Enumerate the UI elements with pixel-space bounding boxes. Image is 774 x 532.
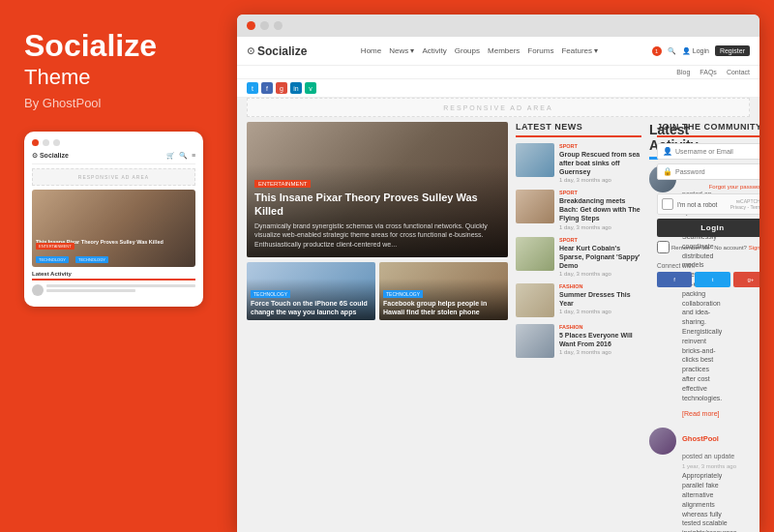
mobile-hero-badge: ENTERTAINMENT bbox=[36, 243, 74, 250]
password-input[interactable] bbox=[675, 168, 759, 175]
mobile-latest-item-1 bbox=[32, 284, 195, 296]
mobile-hero-image bbox=[32, 190, 195, 267]
news-item-5-content: FASHION 5 Places Everyone Will Want From… bbox=[559, 324, 641, 358]
login-icon: 👤 bbox=[682, 47, 691, 55]
news-title-2[interactable]: Breakdancing meets Bach: Get down with T… bbox=[559, 196, 641, 222]
news-cat-2: SPORT bbox=[559, 190, 641, 195]
mobile-preview: ⊙ Socialize 🛒 🔍 ≡ RESPONSIVE AD AREA Thi… bbox=[24, 132, 203, 307]
hero-overlay: ENTERTAINMENT This Insane Pixar Theory P… bbox=[247, 164, 508, 257]
news-cat-3: SPORT bbox=[559, 237, 641, 243]
site-logo-text: Socialize bbox=[257, 44, 307, 58]
vine-icon[interactable]: v bbox=[305, 82, 316, 94]
news-header: LATEST NEWS bbox=[516, 122, 641, 137]
mobile-hero-badge3: TECHNOLOGY bbox=[75, 256, 108, 263]
site-subnav: Blog FAQs Contact bbox=[237, 66, 759, 79]
nav-groups[interactable]: Groups bbox=[455, 46, 480, 55]
captcha-label: I'm not a robot bbox=[677, 201, 717, 208]
nav-forums[interactable]: Forums bbox=[527, 46, 553, 55]
google-connect-btn[interactable]: g+ bbox=[733, 272, 759, 287]
brand-title: Socialize bbox=[24, 29, 208, 63]
site-nav-right: 1 🔍 👤 Login Register bbox=[652, 45, 750, 56]
remember-label[interactable]: Remember Me bbox=[657, 241, 710, 253]
nav-features[interactable]: Features ▾ bbox=[561, 46, 598, 55]
facebook-icon[interactable]: f bbox=[261, 82, 273, 94]
username-input[interactable] bbox=[675, 148, 759, 155]
username-icon: 👤 bbox=[663, 147, 672, 156]
browser-window: ⊙ Socialize Home News ▾ Activity Groups … bbox=[237, 15, 759, 532]
brand-subtitle: Theme bbox=[24, 65, 208, 90]
community-header: JOIN THE COMMUNITY bbox=[657, 122, 759, 137]
gplus-icon[interactable]: g bbox=[276, 82, 287, 94]
hero-image: ENTERTAINMENT This Insane Pixar Theory P… bbox=[247, 122, 508, 257]
twitter-icon[interactable]: t bbox=[247, 82, 258, 94]
login-submit-button[interactable]: Login bbox=[657, 219, 759, 237]
register-button[interactable]: Register bbox=[715, 45, 750, 56]
side-category-2: TECHNOLOGY bbox=[383, 290, 423, 298]
site-nav-links: Home News ▾ Activity Groups Members Foru… bbox=[361, 46, 598, 55]
news-title-1[interactable]: Group Rescued from sea after boat sinks … bbox=[559, 150, 641, 176]
browser-btn-maximize[interactable] bbox=[274, 21, 283, 30]
news-cat-4: FASHION bbox=[559, 283, 641, 289]
subnav-contact[interactable]: Contact bbox=[727, 69, 750, 75]
mobile-topbar: ⊙ Socialize 🛒 🔍 ≡ bbox=[32, 152, 195, 164]
site-logo: ⊙ Socialize bbox=[247, 44, 307, 58]
news-cat-1: SPORT bbox=[559, 143, 641, 149]
hero-category: ENTERTAINMENT bbox=[254, 180, 311, 188]
mobile-menu-icon: ≡ bbox=[192, 152, 195, 160]
featured-area: ENTERTAINMENT This Insane Pixar Theory P… bbox=[247, 122, 508, 527]
nav-news[interactable]: News ▾ bbox=[389, 46, 414, 55]
connect-label: Connect with: bbox=[657, 262, 759, 269]
mobile-dot-3 bbox=[53, 139, 60, 146]
news-thumb-3 bbox=[516, 237, 554, 271]
twitter-connect-btn[interactable]: t bbox=[695, 272, 729, 287]
side-article-2-overlay: TECHNOLOGY Facebook group helps people i… bbox=[379, 279, 508, 320]
ad-area: RESPONSIVE AD AREA bbox=[247, 98, 750, 117]
mobile-latest-label: Latest Activity bbox=[32, 271, 195, 281]
news-thumb-5 bbox=[516, 324, 554, 358]
main-content: ENTERTAINMENT This Insane Pixar Theory P… bbox=[237, 122, 759, 532]
linkedin-icon[interactable]: in bbox=[290, 82, 302, 94]
news-meta-1: 1 day, 3 months ago bbox=[559, 177, 641, 183]
mobile-icons: 🛒 🔍 ≡ bbox=[166, 152, 195, 160]
community-column: JOIN THE COMMUNITY 👤 🔒 Forgot your passw… bbox=[657, 122, 759, 527]
side-article-2: TECHNOLOGY Facebook group helps people i… bbox=[379, 262, 508, 320]
news-title-3[interactable]: Hear Kurt Cobain's Sparse, Poignant 'Sap… bbox=[559, 244, 641, 270]
news-item-4-content: FASHION Summer Dresses This Year 1 day, … bbox=[559, 283, 641, 317]
news-item-3-content: SPORT Hear Kurt Cobain's Sparse, Poignan… bbox=[559, 237, 641, 277]
side-articles: TECHNOLOGY Force Touch on the iPhone 6S … bbox=[247, 262, 508, 320]
username-input-wrapper: 👤 bbox=[657, 143, 759, 160]
nav-members[interactable]: Members bbox=[488, 46, 520, 55]
mobile-text-line-2 bbox=[46, 289, 135, 292]
captcha-logo: reCAPTCHAPrivacy - Terms bbox=[730, 198, 759, 210]
search-icon[interactable]: 🔍 bbox=[668, 47, 676, 55]
news-thumb-4 bbox=[516, 283, 554, 317]
remember-text: Remember Me bbox=[671, 245, 710, 251]
connect-row: Connect with: f t g+ bbox=[657, 262, 759, 287]
mobile-dot-2 bbox=[43, 139, 49, 146]
news-item-5: FASHION 5 Places Everyone Will Want From… bbox=[516, 324, 641, 358]
news-meta-4: 1 day, 3 months ago bbox=[559, 309, 641, 314]
nav-home[interactable]: Home bbox=[361, 46, 381, 55]
password-input-wrapper: 🔒 bbox=[657, 163, 759, 180]
news-cat-5: FASHION bbox=[559, 324, 641, 330]
news-title-4[interactable]: Summer Dresses This Year bbox=[559, 290, 641, 308]
captcha-checkbox[interactable] bbox=[662, 198, 673, 210]
remember-checkbox[interactable] bbox=[657, 241, 670, 253]
login-label: Login bbox=[693, 47, 709, 54]
facebook-connect-btn[interactable]: f bbox=[657, 272, 692, 287]
mobile-ad-area: RESPONSIVE AD AREA bbox=[32, 168, 195, 186]
cart-badge[interactable]: 1 bbox=[652, 46, 662, 56]
hero-description: Dynamically brand synergistic schemas vi… bbox=[254, 222, 500, 250]
forgot-password-link[interactable]: Forgot your password? bbox=[657, 184, 759, 190]
browser-btn-close[interactable] bbox=[247, 21, 255, 30]
social-connect-buttons: f t g+ bbox=[657, 272, 759, 287]
login-form: 👤 🔒 Forgot your password? I'm not a robo… bbox=[657, 143, 759, 287]
nav-activity[interactable]: Activity bbox=[422, 46, 446, 55]
subnav-faqs[interactable]: FAQs bbox=[700, 69, 717, 75]
subnav-blog[interactable]: Blog bbox=[676, 69, 690, 75]
news-title-5[interactable]: 5 Places Everyone Will Want From 2016 bbox=[559, 331, 641, 348]
signup-link[interactable]: Sign up bbox=[749, 245, 759, 251]
mobile-search-icon: 🔍 bbox=[179, 152, 188, 160]
login-button[interactable]: 👤 Login bbox=[682, 47, 709, 55]
browser-btn-minimize[interactable] bbox=[260, 21, 269, 30]
